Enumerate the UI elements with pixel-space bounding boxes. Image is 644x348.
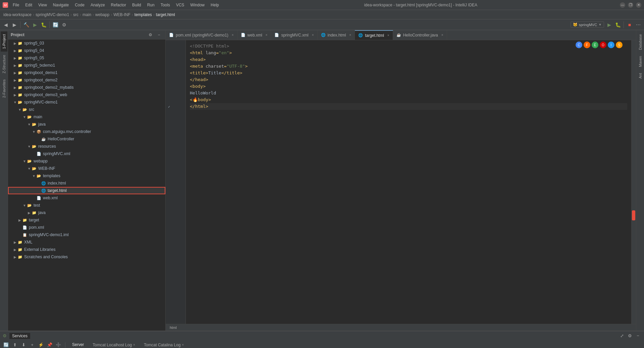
ie-icon[interactable]: I [608,42,614,48]
debug2-button[interactable]: 🐛 [614,21,622,28]
tree-item-resources[interactable]: ▼📂resources [8,143,165,150]
tree-item-java2[interactable]: ▶📁java [8,209,165,216]
tomcat-localhost-tab[interactable]: Tomcat Localhost Log × [89,340,139,348]
expand-button[interactable]: ⤢ [619,333,625,339]
tree-item-spring5_txdemo1[interactable]: ▶📁spring5_txdemo1 [8,62,165,69]
services-tab[interactable]: Services [9,333,30,339]
tree-item-src[interactable]: ▼📂src [8,106,165,113]
tab-close-icon[interactable]: × [387,33,389,37]
structure-tab[interactable]: Z-Structure [1,52,7,76]
add2-button[interactable]: ➕ [55,342,62,348]
breadcrumb-item[interactable]: main [83,12,91,17]
tab-index-html[interactable]: 🌐 index.html × [318,30,355,40]
tab-close-icon[interactable]: × [441,33,443,37]
settings-bottom-button[interactable]: ⚙ [627,333,633,339]
close-bottom-button[interactable]: − [635,333,641,339]
menu-item-vcs[interactable]: VCS [173,2,187,8]
project-tab[interactable]: 1-Project [1,31,7,52]
tab-close[interactable]: × [182,343,184,347]
menu-item-run[interactable]: Run [145,2,157,8]
tree-item-pom.xml[interactable]: 📄pom.xml [8,224,165,231]
run2-button[interactable]: ▶ [605,21,613,28]
tab-web-xml[interactable]: 📄 web.xml × [237,30,271,40]
back-button[interactable]: ◀ [2,21,9,28]
forward-button[interactable]: ▶ [11,21,18,28]
menu-item-build[interactable]: Build [129,2,144,8]
tree-item-springboot_demo2[interactable]: ▶📁springboot_demo2 [8,76,165,84]
safari-icon[interactable]: S [616,42,623,48]
menu-item-code[interactable]: Code [72,2,87,8]
minimize-button[interactable]: — [620,2,625,8]
add-button[interactable]: + [29,342,36,348]
tab-hellocontroller-java[interactable]: ☕ HelloController.java × [393,30,447,40]
tree-item-main[interactable]: ▼📂main [8,113,165,121]
tree-item-webapp[interactable]: ▼📂webapp [8,157,165,165]
favorites-tab[interactable]: 2-Favorites [1,77,7,100]
breadcrumb-item[interactable]: springMVC-demo1 [36,12,69,17]
tree-item-XML[interactable]: ▶📁XML [8,238,165,246]
tomcat-catalina-tab[interactable]: Tomcat Catalina Log × [141,340,187,348]
pin-button[interactable]: 📌 [46,342,53,348]
run-config[interactable]: 🐱 springMVC ▼ [571,21,604,28]
sidebar-settings-button[interactable]: ⚙ [147,31,154,39]
breadcrumb-item[interactable]: templates [135,12,152,17]
menu-item-tools[interactable]: Tools [158,2,173,8]
tab-springmvc-xml[interactable]: 📄 springMVC.xml × [271,30,317,40]
tree-item-spring5_03[interactable]: ▶📁spring5_03 [8,40,165,47]
tab-close-icon[interactable]: × [312,33,314,37]
settings-button[interactable]: ⚙ [60,21,68,28]
tree-item-com.atguigu.mvc.controller[interactable]: ▼📦com.atguigu.mvc.controller [8,128,165,135]
tree-item-templates[interactable]: ▼📂templates [8,172,165,180]
maven-tab[interactable]: Maven [637,53,644,70]
tree-item-springMVC-demo1[interactable]: ▼📂springMVC-demo1 [8,98,165,106]
server-tab[interactable]: Server [69,340,87,348]
scrollbar-thumb[interactable] [632,210,635,220]
editor-scrollbar[interactable] [631,40,636,324]
restart-button[interactable]: 🔄 [3,342,9,348]
ant-tab[interactable]: Ant [637,70,644,81]
sidebar-collapse-button[interactable]: − [155,31,163,39]
tree-item-Scratches and Consoles[interactable]: ▶📁Scratches and Consoles [8,253,165,261]
tree-item-java[interactable]: ▼📂java [8,121,165,128]
tree-item-target[interactable]: ▶📁target [8,216,165,224]
menu-item-edit[interactable]: Edit [22,2,35,8]
maximize-button[interactable]: ❐ [628,2,633,8]
firefox-icon[interactable]: F [584,42,590,48]
code-editor[interactable]: ✓ <!DOCTYPE html><html lang="en"><head> … [166,40,636,324]
tab-target-html[interactable]: 🌐 target.html × [355,30,393,40]
sync-button[interactable]: 🔄 [52,21,59,28]
opera-icon[interactable]: O [600,42,606,48]
code-content[interactable]: <!DOCTYPE html><html lang="en"><head> <m… [186,40,631,324]
tree-item-springboot_demo1[interactable]: ▶📁springboot_demo1 [8,69,165,76]
menu-item-refactor[interactable]: Refactor [108,2,129,8]
breadcrumb-item[interactable]: src [73,12,78,17]
build-button[interactable]: 🔨 [22,21,30,28]
breadcrumb-item[interactable]: idea-workspace [3,12,32,17]
tree-item-External Libraries[interactable]: ▶📁External Libraries [8,246,165,253]
stop-button[interactable]: ■ [626,21,633,28]
edge-icon[interactable]: E [592,42,598,48]
collapse-all-button[interactable]: ⬆ [11,342,18,348]
tree-item-HelloController[interactable]: ☕HelloController [8,135,165,143]
database-tab[interactable]: Database [637,31,644,53]
tree-item-springMVC.xml[interactable]: 📄springMVC.xml [8,150,165,157]
tab-close[interactable]: × [133,343,135,347]
tab-close-icon[interactable]: × [232,33,234,37]
tab-close-icon[interactable]: × [349,33,351,37]
tree-item-springboot_demo2_mybatis[interactable]: ▶📁springboot_demo2_mybatis [8,84,165,91]
breadcrumb-item[interactable]: webapp [95,12,109,17]
filter-button[interactable]: ⚡ [38,342,44,348]
menu-item-file[interactable]: File [10,2,22,8]
tree-item-index.html[interactable]: 🌐index.html [8,180,165,187]
menu-item-view[interactable]: View [36,2,50,8]
close-button[interactable]: ✕ [636,2,641,8]
tree-item-web.xml[interactable]: 📄web.xml [8,194,165,202]
tree-item-springMVC-demo1.iml[interactable]: 📋springMVC-demo1.iml [8,231,165,238]
more-button[interactable]: ⋯ [635,21,642,28]
tree-item-springboot_demo3_web[interactable]: ▶📁springboot_demo3_web [8,91,165,98]
tab-pom-xml[interactable]: 📄 pom.xml (springMVC-demo1) × [166,30,237,40]
tree-item-spring5_04[interactable]: ▶📁spring5_04 [8,47,165,54]
run-button[interactable]: ▶ [31,21,39,28]
tree-item-target.html[interactable]: 🌐target.html [8,187,165,194]
menu-item-help[interactable]: Help [208,2,222,8]
